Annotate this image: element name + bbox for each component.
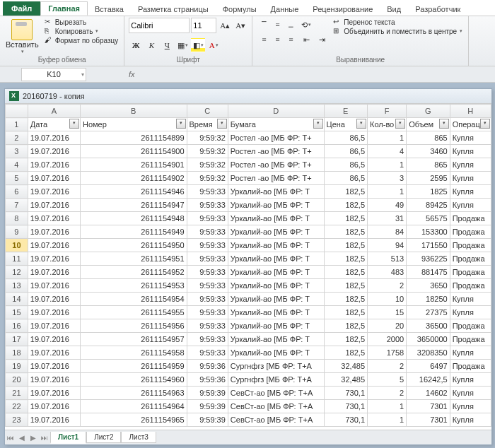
cell-G20[interactable]: 16242,5 (407, 373, 450, 387)
col-header-C[interactable]: C (187, 105, 228, 118)
name-box[interactable]: K10 (21, 68, 86, 81)
cell-H6[interactable]: Купля (450, 185, 491, 199)
cell-G12[interactable]: 881475 (407, 266, 450, 279)
cell-C8[interactable]: 9:59:33 (187, 212, 228, 225)
cell-B9[interactable]: 2611154949 (81, 225, 187, 239)
filter-button-D[interactable]: ▾ (313, 119, 323, 129)
cell-E23[interactable]: 730,1 (324, 413, 367, 427)
cell-A22[interactable]: 19.07.2016 (28, 400, 80, 413)
cell-D19[interactable]: Сургнфгз [МБ ФР: Т+А (228, 360, 324, 373)
cell-H11[interactable]: Продажа (450, 252, 491, 266)
header-cell-D[interactable]: Бумага▾ (228, 118, 324, 131)
cell-H8[interactable]: Продажа (450, 212, 491, 225)
cell-A8[interactable]: 19.07.2016 (28, 212, 80, 225)
border-button[interactable]: ▦▾ (175, 38, 190, 52)
tab-file[interactable]: Файл (3, 1, 40, 16)
cell-E6[interactable]: 182,5 (324, 185, 367, 199)
row-header-2[interactable]: 2 (6, 131, 28, 145)
cell-A23[interactable]: 19.07.2016 (28, 413, 80, 427)
cell-H18[interactable]: Купля (450, 346, 491, 360)
fill-color-button[interactable]: ◧▾ (191, 38, 205, 52)
increase-indent-button[interactable]: ⇥ (315, 33, 329, 47)
italic-button[interactable]: К (144, 38, 158, 52)
cell-D10[interactable]: Уркалий-ао [МБ ФР: Т (228, 239, 324, 252)
cell-B14[interactable]: 2611154954 (81, 293, 187, 306)
cell-A18[interactable]: 19.07.2016 (28, 346, 80, 360)
cell-E21[interactable]: 730,1 (324, 387, 367, 400)
shrink-font-button[interactable]: A▾ (233, 18, 248, 33)
row-header-3[interactable]: 3 (6, 145, 28, 158)
cell-E15[interactable]: 182,5 (324, 306, 367, 319)
col-header-B[interactable]: B (81, 105, 187, 118)
filter-button-F[interactable]: ▾ (395, 119, 405, 129)
cell-G13[interactable]: 3650 (407, 279, 450, 293)
cell-H7[interactable]: Купля (450, 199, 491, 212)
cell-G16[interactable]: 36500 (407, 319, 450, 333)
cell-G19[interactable]: 6497 (407, 360, 450, 373)
merge-center-button[interactable]: ⊞Объединить и поместить в центре▾ (332, 27, 464, 35)
tab-insert[interactable]: Вставка (88, 3, 131, 16)
workbook-title-bar[interactable]: 20160719 - копия (5, 89, 491, 104)
cell-D5[interactable]: Ростел -ао [МБ ФР: Т+ (228, 172, 324, 185)
cell-G7[interactable]: 89425 (407, 199, 450, 212)
cell-B23[interactable]: 2611154965 (81, 413, 187, 427)
cell-D6[interactable]: Уркалий-ао [МБ ФР: Т (228, 185, 324, 199)
sheet-tab-2[interactable]: Лист2 (86, 432, 121, 443)
cell-E11[interactable]: 182,5 (324, 252, 367, 266)
cell-D21[interactable]: СевСт-ао [МБ ФР: Т+А (228, 387, 324, 400)
cell-E7[interactable]: 182,5 (324, 199, 367, 212)
cell-D20[interactable]: Сургнфгз [МБ ФР: Т+А (228, 373, 324, 387)
filter-button-B[interactable]: ▾ (176, 119, 186, 129)
cell-F6[interactable]: 1 (368, 185, 407, 199)
cell-A11[interactable]: 19.07.2016 (28, 252, 80, 266)
cell-H20[interactable]: Купля (450, 373, 491, 387)
cell-A13[interactable]: 19.07.2016 (28, 279, 80, 293)
underline-button[interactable]: Ч (160, 38, 174, 52)
cell-F2[interactable]: 1 (368, 131, 407, 145)
cell-F7[interactable]: 49 (368, 199, 407, 212)
cell-E20[interactable]: 32,485 (324, 373, 367, 387)
cell-E4[interactable]: 86,5 (324, 158, 367, 172)
grow-font-button[interactable]: A▴ (218, 18, 232, 33)
sheet-tab-3[interactable]: Лист3 (121, 432, 156, 443)
row-header-6[interactable]: 6 (6, 185, 28, 199)
cell-E16[interactable]: 182,5 (324, 319, 367, 333)
cell-A4[interactable]: 19.07.2016 (28, 158, 80, 172)
cell-E13[interactable]: 182,5 (324, 279, 367, 293)
cell-D16[interactable]: Уркалий-ао [МБ ФР: Т (228, 319, 324, 333)
sheet-tab-1[interactable]: Лист1 (50, 432, 86, 444)
cell-A21[interactable]: 19.07.2016 (28, 387, 80, 400)
cell-B8[interactable]: 2611154948 (81, 212, 187, 225)
select-all-cell[interactable] (6, 105, 28, 118)
cell-D9[interactable]: Уркалий-ао [МБ ФР: Т (228, 225, 324, 239)
cell-B16[interactable]: 2611154956 (81, 319, 187, 333)
filter-button-A[interactable]: ▾ (69, 119, 79, 129)
cell-C13[interactable]: 9:59:33 (187, 279, 228, 293)
cell-D11[interactable]: Уркалий-ао [МБ ФР: Т (228, 252, 324, 266)
cell-F19[interactable]: 2 (368, 360, 407, 373)
align-bottom-button[interactable]: ⎽ (284, 18, 298, 32)
cell-A10[interactable]: 19.07.2016 (28, 239, 80, 252)
cell-C11[interactable]: 9:59:33 (187, 252, 228, 266)
cell-D17[interactable]: Уркалий-ао [МБ ФР: Т (228, 333, 324, 346)
cell-E17[interactable]: 182,5 (324, 333, 367, 346)
cell-G11[interactable]: 936225 (407, 252, 450, 266)
cell-E5[interactable]: 86,5 (324, 172, 367, 185)
cell-G3[interactable]: 3460 (407, 145, 450, 158)
cell-G2[interactable]: 865 (407, 131, 450, 145)
cell-B5[interactable]: 2611154902 (81, 172, 187, 185)
format-painter-button[interactable]: 🖌Формат по образцу (43, 36, 120, 45)
cell-C17[interactable]: 9:59:33 (187, 333, 228, 346)
col-header-E[interactable]: E (324, 105, 367, 118)
cell-B18[interactable]: 2611154958 (81, 346, 187, 360)
cell-H23[interactable]: Купля (450, 413, 491, 427)
row-header-21[interactable]: 21 (6, 387, 28, 400)
tab-data[interactable]: Данные (264, 3, 306, 16)
font-name-select[interactable] (129, 18, 190, 33)
font-color-button[interactable]: A▾ (206, 38, 221, 52)
wrap-text-button[interactable]: ↩Перенос текста (332, 18, 464, 26)
cell-A2[interactable]: 19.07.2016 (28, 131, 80, 145)
cell-C21[interactable]: 9:59:39 (187, 387, 228, 400)
cell-F16[interactable]: 20 (368, 319, 407, 333)
cell-B11[interactable]: 2611154951 (81, 252, 187, 266)
